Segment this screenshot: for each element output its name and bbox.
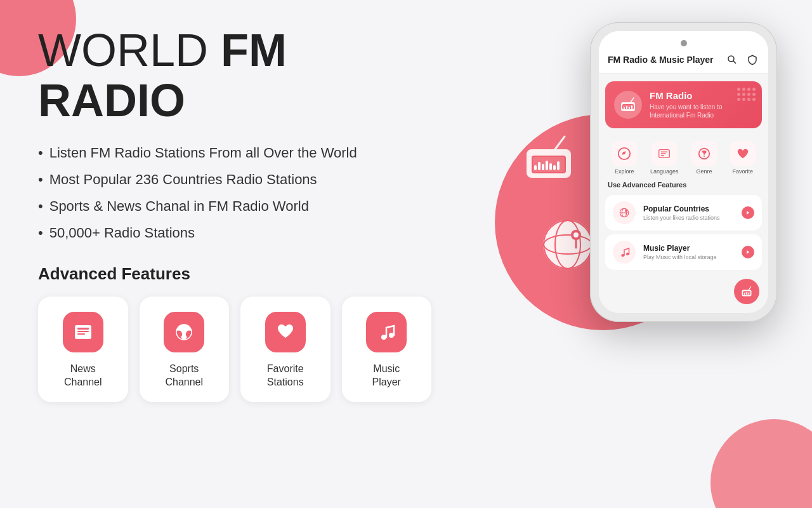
fm-radio-icon [614,91,642,119]
music-icon-bg [366,312,407,352]
fm-banner-title: FM Radio [650,90,723,101]
svg-point-26 [728,56,734,62]
section-label: Use Advanced Features [599,177,768,191]
app-header-title: FM Radio & Music Player [608,55,713,65]
fm-banner[interactable]: FM Radio Have you want to listen toInter… [605,81,762,128]
nav-languages[interactable]: Languages [650,141,679,175]
nav-explore[interactable]: Explore [612,141,637,175]
phone-screen: FM Radio & Music Player [599,31,768,313]
svg-point-17 [573,232,579,237]
svg-rect-34 [631,105,632,109]
app-header: FM Radio & Music Player [599,46,768,74]
svg-rect-32 [626,106,627,109]
music-player-row-icon [613,241,636,264]
svg-rect-49 [746,292,747,295]
news-channel-label: NewsChannel [64,363,102,389]
explore-icon-circle [612,141,637,166]
svg-rect-2 [533,157,565,172]
search-icon[interactable] [725,53,739,67]
genre-icon-circle [691,141,717,166]
advanced-features-title: Advanced Features [38,264,431,284]
svg-rect-50 [749,293,750,295]
nav-icons: Explore Languages [599,136,768,177]
phone-frame: FM Radio & Music Player [590,22,777,322]
feature-card-music[interactable]: MusicPlayer [342,297,432,402]
main-title: WORLD FM RADIO [38,25,431,126]
svg-rect-33 [629,107,630,109]
bg-circle-bottom-right [710,419,812,508]
svg-rect-19 [77,328,89,330]
svg-rect-9 [557,161,560,170]
fm-banner-dots [737,88,756,101]
sports-channel-label: SoprtsChannel [165,363,203,389]
phone-bottom-fab-area [599,274,768,313]
svg-rect-4 [538,162,540,170]
bullet-2: Most Popular 236 Countries Radio Station… [38,171,431,188]
popular-countries-title: Popular Countries [643,204,734,213]
popular-countries-subtitle: Listen your likes radio stations [643,215,734,221]
nav-genre-label: Genre [697,168,712,175]
svg-rect-6 [546,161,548,170]
fab-radio-button[interactable] [734,279,759,304]
svg-rect-20 [77,331,89,332]
music-player-row[interactable]: Music Player Play Music with local stora… [605,234,762,270]
svg-rect-48 [744,293,745,295]
floating-radio-icon [520,133,577,187]
sports-icon [173,321,195,343]
favorite-stations-label: FavoriteStations [267,363,304,389]
floating-globe-icon [539,216,596,276]
favorite-nav-icon-circle [730,141,756,166]
news-icon-bg [63,312,103,352]
title-part1: WORLD [38,25,221,76]
music-player-row-subtitle: Play Music with local storage [643,254,734,260]
popular-countries-text: Popular Countries Listen your likes radi… [643,204,734,221]
nav-genre[interactable]: Genre [691,141,717,175]
bullet-list: Listen FM Radio Stations From all Over t… [38,145,431,241]
svg-rect-8 [553,165,556,170]
bullet-1: Listen FM Radio Stations From all Over t… [38,145,431,161]
feature-card-sports[interactable]: SoprtsChannel [140,297,230,402]
favorite-icon-bg [265,312,306,352]
shield-icon[interactable] [745,53,759,67]
nav-favorite[interactable]: Favorite [730,141,756,175]
svg-rect-7 [549,163,552,170]
fm-banner-text: FM Radio Have you want to listen toInter… [650,90,723,119]
svg-rect-5 [542,164,544,170]
phone-mockup: FM Radio & Music Player [590,22,777,322]
heart-icon [275,321,296,343]
app-header-icons [725,53,759,67]
sports-icon-bg [164,312,204,352]
nav-favorite-label: Favorite [732,168,753,175]
languages-icon-circle [652,141,677,166]
bullet-4: 50,000+ Radio Stations [38,225,431,241]
popular-countries-arrow[interactable] [742,206,754,219]
svg-rect-21 [77,333,85,335]
svg-rect-31 [624,107,625,109]
feature-card-news[interactable]: NewsChannel [38,297,128,402]
music-player-arrow[interactable] [742,246,754,258]
svg-line-35 [631,98,634,102]
fm-banner-subtitle: Have you want to listen toInternational … [650,103,723,119]
feature-cards-row: NewsChannel SoprtsChannel FavoriteStatio… [38,297,431,402]
news-icon [72,321,94,343]
bullet-3: Sports & News Chanal in FM Radio World [38,198,431,215]
left-content: WORLD FM RADIO Listen FM Radio Stations … [38,25,431,402]
popular-countries-icon [613,201,636,224]
music-player-label: MusicPlayer [372,363,401,389]
svg-line-51 [749,287,750,290]
music-player-row-title: Music Player [643,244,734,253]
phone-camera [681,40,687,46]
svg-line-10 [555,137,565,149]
nav-explore-label: Explore [615,168,634,175]
svg-rect-3 [534,165,537,170]
feature-card-favorite[interactable]: FavoriteStations [240,297,331,402]
svg-line-27 [733,61,736,64]
popular-countries-row[interactable]: Popular Countries Listen your likes radi… [605,195,762,231]
nav-languages-label: Languages [650,168,679,175]
music-icon [376,321,397,343]
music-player-text: Music Player Play Music with local stora… [643,244,734,260]
